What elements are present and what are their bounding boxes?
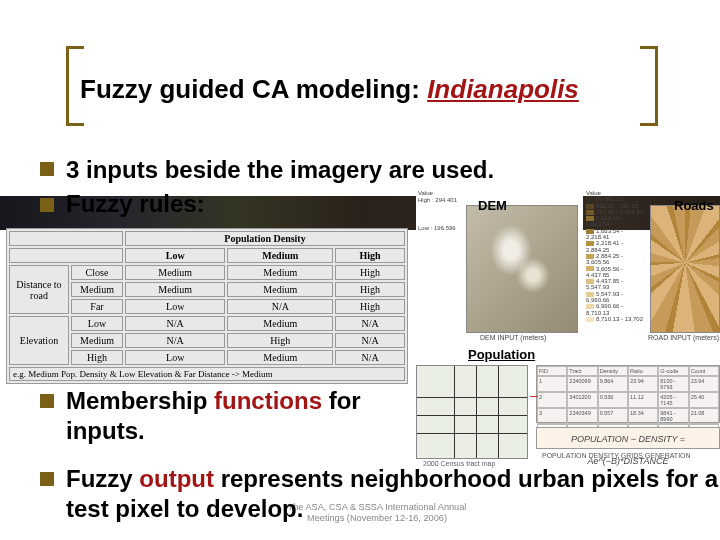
population-map-caption: 2000 Census tract map — [423, 460, 495, 467]
bullet-square-icon — [40, 162, 54, 176]
bullet-4-b: output — [139, 465, 214, 492]
roads-legend: Value0 - 332.11332.11 - 720.25720.25 - 1… — [586, 190, 646, 322]
population-map-thumbnail — [416, 365, 528, 459]
slide-title: Fuzzy guided CA modeling: Indianapolis — [80, 74, 579, 105]
bullet-2-text: Fuzzy rules: — [66, 190, 205, 218]
arrow-icon — [530, 396, 538, 397]
population-grids-caption: POPULATION DENSITY GRIDS GENERATION — [542, 452, 691, 459]
bullet-square-icon — [40, 394, 54, 408]
fuzzy-rules-table: Population DensityLowMediumHighDistance … — [6, 228, 408, 384]
slide-title-wrap: Fuzzy guided CA modeling: Indianapolis — [66, 52, 666, 126]
dem-legend-title: Value — [418, 190, 464, 197]
dem-label: DEM — [478, 198, 507, 213]
bullet-square-icon — [40, 198, 54, 212]
dem-thumbnail — [466, 205, 578, 333]
bracket-right-icon — [640, 46, 658, 126]
dem-legend-low: Low : 196.596 — [418, 225, 464, 232]
bullet-square-icon — [40, 472, 54, 486]
dem-legend: Value High : 294.401 Low : 196.596 — [418, 190, 464, 232]
bullet-3-a: Membership — [66, 387, 214, 414]
bullet-3-text: Membership functions for inputs. — [66, 386, 416, 446]
bullet-4-a: Fuzzy — [66, 465, 139, 492]
population-data-table: FIDTractDensityRatioG-codeCount123400999… — [536, 365, 720, 423]
bullet-4-text: Fuzzy output represents neighborhood urb… — [66, 464, 720, 524]
bullet-3-b: functions — [214, 387, 322, 414]
roads-thumbnail — [650, 205, 720, 333]
bullet-1-text: 3 inputs beside the imagery are used. — [66, 156, 494, 184]
dem-caption: DEM INPUT (meters) — [480, 334, 546, 341]
population-label: Population — [468, 347, 535, 362]
roads-caption: ROAD INPUT (meters) — [648, 334, 719, 341]
population-formula: POPULATION − DENSITY = Ae^(−B)*DISTANCE — [536, 427, 720, 449]
slide-title-emph: Indianapolis — [427, 74, 579, 104]
roads-label: Roads — [674, 198, 714, 213]
dem-legend-high: High : 294.401 — [418, 197, 464, 204]
slide-title-plain: Fuzzy guided CA modeling: — [80, 74, 427, 104]
